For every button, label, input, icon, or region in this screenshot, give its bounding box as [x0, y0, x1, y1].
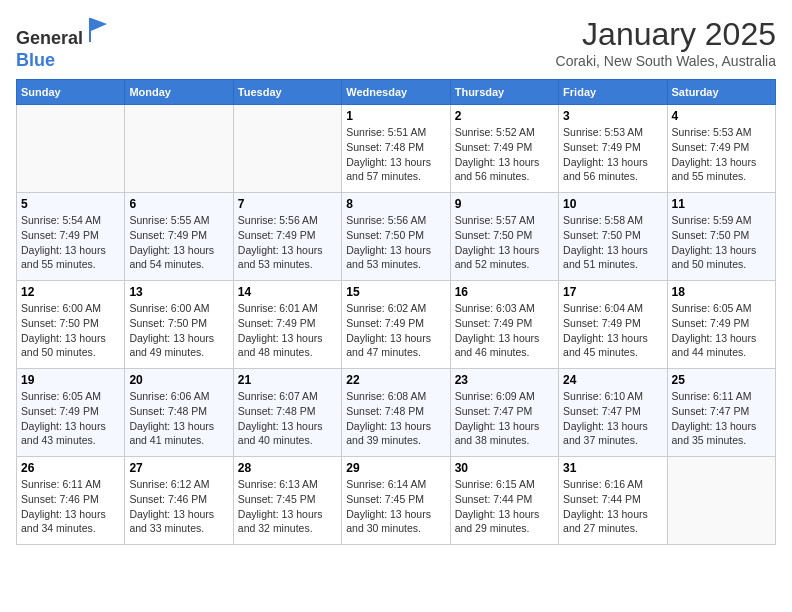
week-row-1: 1Sunrise: 5:51 AMSunset: 7:48 PMDaylight…: [17, 105, 776, 193]
day-info: Sunrise: 5:56 AMSunset: 7:50 PMDaylight:…: [346, 213, 445, 272]
day-number: 26: [21, 461, 120, 475]
day-info: Sunrise: 6:07 AMSunset: 7:48 PMDaylight:…: [238, 389, 337, 448]
day-number: 11: [672, 197, 771, 211]
calendar-cell: 22Sunrise: 6:08 AMSunset: 7:48 PMDayligh…: [342, 369, 450, 457]
day-info: Sunrise: 6:06 AMSunset: 7:48 PMDaylight:…: [129, 389, 228, 448]
week-row-4: 19Sunrise: 6:05 AMSunset: 7:49 PMDayligh…: [17, 369, 776, 457]
week-row-2: 5Sunrise: 5:54 AMSunset: 7:49 PMDaylight…: [17, 193, 776, 281]
calendar-cell: 31Sunrise: 6:16 AMSunset: 7:44 PMDayligh…: [559, 457, 667, 545]
week-row-5: 26Sunrise: 6:11 AMSunset: 7:46 PMDayligh…: [17, 457, 776, 545]
calendar-cell: [125, 105, 233, 193]
calendar-cell: 28Sunrise: 6:13 AMSunset: 7:45 PMDayligh…: [233, 457, 341, 545]
calendar-cell: 9Sunrise: 5:57 AMSunset: 7:50 PMDaylight…: [450, 193, 558, 281]
day-info: Sunrise: 6:05 AMSunset: 7:49 PMDaylight:…: [672, 301, 771, 360]
calendar-cell: 1Sunrise: 5:51 AMSunset: 7:48 PMDaylight…: [342, 105, 450, 193]
col-monday: Monday: [125, 80, 233, 105]
calendar-header: Sunday Monday Tuesday Wednesday Thursday…: [17, 80, 776, 105]
day-number: 28: [238, 461, 337, 475]
day-number: 31: [563, 461, 662, 475]
day-info: Sunrise: 6:00 AMSunset: 7:50 PMDaylight:…: [21, 301, 120, 360]
day-number: 17: [563, 285, 662, 299]
calendar-cell: 18Sunrise: 6:05 AMSunset: 7:49 PMDayligh…: [667, 281, 775, 369]
logo-blue-text: Blue: [16, 50, 55, 70]
calendar-body: 1Sunrise: 5:51 AMSunset: 7:48 PMDaylight…: [17, 105, 776, 545]
day-number: 21: [238, 373, 337, 387]
day-number: 18: [672, 285, 771, 299]
day-number: 12: [21, 285, 120, 299]
calendar-cell: [233, 105, 341, 193]
header-row: Sunday Monday Tuesday Wednesday Thursday…: [17, 80, 776, 105]
day-info: Sunrise: 5:54 AMSunset: 7:49 PMDaylight:…: [21, 213, 120, 272]
day-info: Sunrise: 6:02 AMSunset: 7:49 PMDaylight:…: [346, 301, 445, 360]
calendar-cell: 5Sunrise: 5:54 AMSunset: 7:49 PMDaylight…: [17, 193, 125, 281]
week-row-3: 12Sunrise: 6:00 AMSunset: 7:50 PMDayligh…: [17, 281, 776, 369]
day-number: 14: [238, 285, 337, 299]
calendar-cell: 12Sunrise: 6:00 AMSunset: 7:50 PMDayligh…: [17, 281, 125, 369]
day-number: 7: [238, 197, 337, 211]
calendar-cell: 26Sunrise: 6:11 AMSunset: 7:46 PMDayligh…: [17, 457, 125, 545]
day-info: Sunrise: 5:55 AMSunset: 7:49 PMDaylight:…: [129, 213, 228, 272]
day-info: Sunrise: 6:01 AMSunset: 7:49 PMDaylight:…: [238, 301, 337, 360]
day-info: Sunrise: 6:09 AMSunset: 7:47 PMDaylight:…: [455, 389, 554, 448]
day-number: 25: [672, 373, 771, 387]
calendar-cell: 27Sunrise: 6:12 AMSunset: 7:46 PMDayligh…: [125, 457, 233, 545]
calendar-cell: 8Sunrise: 5:56 AMSunset: 7:50 PMDaylight…: [342, 193, 450, 281]
day-info: Sunrise: 6:15 AMSunset: 7:44 PMDaylight:…: [455, 477, 554, 536]
day-number: 16: [455, 285, 554, 299]
day-info: Sunrise: 5:59 AMSunset: 7:50 PMDaylight:…: [672, 213, 771, 272]
day-number: 15: [346, 285, 445, 299]
col-saturday: Saturday: [667, 80, 775, 105]
day-number: 24: [563, 373, 662, 387]
day-number: 30: [455, 461, 554, 475]
day-info: Sunrise: 6:05 AMSunset: 7:49 PMDaylight:…: [21, 389, 120, 448]
day-info: Sunrise: 6:16 AMSunset: 7:44 PMDaylight:…: [563, 477, 662, 536]
day-info: Sunrise: 6:11 AMSunset: 7:47 PMDaylight:…: [672, 389, 771, 448]
logo-flag-icon: [85, 16, 113, 44]
day-info: Sunrise: 6:13 AMSunset: 7:45 PMDaylight:…: [238, 477, 337, 536]
calendar-cell: 4Sunrise: 5:53 AMSunset: 7:49 PMDaylight…: [667, 105, 775, 193]
day-number: 10: [563, 197, 662, 211]
calendar-cell: [17, 105, 125, 193]
day-number: 27: [129, 461, 228, 475]
calendar-cell: 13Sunrise: 6:00 AMSunset: 7:50 PMDayligh…: [125, 281, 233, 369]
calendar-cell: 30Sunrise: 6:15 AMSunset: 7:44 PMDayligh…: [450, 457, 558, 545]
svg-marker-0: [89, 18, 107, 42]
day-info: Sunrise: 6:14 AMSunset: 7:45 PMDaylight:…: [346, 477, 445, 536]
day-info: Sunrise: 6:11 AMSunset: 7:46 PMDaylight:…: [21, 477, 120, 536]
day-info: Sunrise: 5:53 AMSunset: 7:49 PMDaylight:…: [563, 125, 662, 184]
calendar-cell: 19Sunrise: 6:05 AMSunset: 7:49 PMDayligh…: [17, 369, 125, 457]
calendar-cell: 25Sunrise: 6:11 AMSunset: 7:47 PMDayligh…: [667, 369, 775, 457]
logo: General Blue: [16, 16, 113, 71]
location-subtitle: Coraki, New South Wales, Australia: [556, 53, 776, 69]
col-thursday: Thursday: [450, 80, 558, 105]
calendar-cell: 20Sunrise: 6:06 AMSunset: 7:48 PMDayligh…: [125, 369, 233, 457]
day-info: Sunrise: 5:57 AMSunset: 7:50 PMDaylight:…: [455, 213, 554, 272]
col-sunday: Sunday: [17, 80, 125, 105]
day-number: 9: [455, 197, 554, 211]
day-info: Sunrise: 6:10 AMSunset: 7:47 PMDaylight:…: [563, 389, 662, 448]
day-number: 5: [21, 197, 120, 211]
calendar-cell: 2Sunrise: 5:52 AMSunset: 7:49 PMDaylight…: [450, 105, 558, 193]
col-wednesday: Wednesday: [342, 80, 450, 105]
calendar-cell: 21Sunrise: 6:07 AMSunset: 7:48 PMDayligh…: [233, 369, 341, 457]
calendar-cell: [667, 457, 775, 545]
calendar-cell: 24Sunrise: 6:10 AMSunset: 7:47 PMDayligh…: [559, 369, 667, 457]
day-number: 23: [455, 373, 554, 387]
calendar-cell: 29Sunrise: 6:14 AMSunset: 7:45 PMDayligh…: [342, 457, 450, 545]
day-info: Sunrise: 6:04 AMSunset: 7:49 PMDaylight:…: [563, 301, 662, 360]
calendar-cell: 23Sunrise: 6:09 AMSunset: 7:47 PMDayligh…: [450, 369, 558, 457]
day-number: 19: [21, 373, 120, 387]
calendar-cell: 10Sunrise: 5:58 AMSunset: 7:50 PMDayligh…: [559, 193, 667, 281]
logo-general-text: General: [16, 28, 83, 48]
month-title: January 2025: [556, 16, 776, 53]
page-header: General Blue January 2025 Coraki, New So…: [16, 16, 776, 71]
day-info: Sunrise: 5:52 AMSunset: 7:49 PMDaylight:…: [455, 125, 554, 184]
day-number: 29: [346, 461, 445, 475]
calendar-cell: 15Sunrise: 6:02 AMSunset: 7:49 PMDayligh…: [342, 281, 450, 369]
calendar-cell: 7Sunrise: 5:56 AMSunset: 7:49 PMDaylight…: [233, 193, 341, 281]
calendar-cell: 14Sunrise: 6:01 AMSunset: 7:49 PMDayligh…: [233, 281, 341, 369]
day-number: 3: [563, 109, 662, 123]
day-number: 4: [672, 109, 771, 123]
calendar-cell: 11Sunrise: 5:59 AMSunset: 7:50 PMDayligh…: [667, 193, 775, 281]
day-number: 8: [346, 197, 445, 211]
